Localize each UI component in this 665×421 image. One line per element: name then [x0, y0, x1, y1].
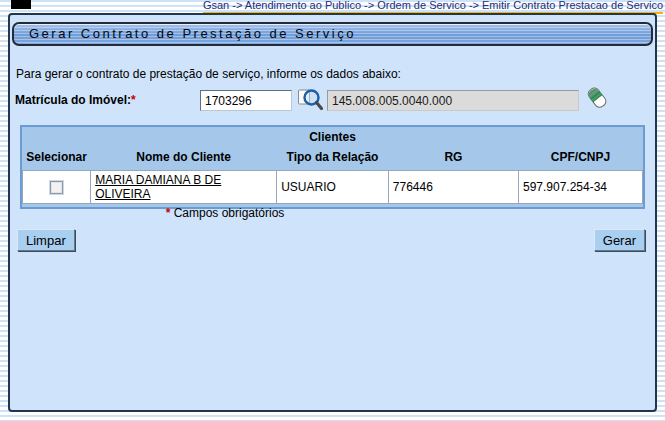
matricula-label: Matrícula do Imóvel:* [15, 93, 136, 107]
table-row: MARIA DAMIANA B DE OLIVEIRA USUARIO 7764… [23, 171, 643, 204]
matricula-field-row: Matrícula do Imóvel:* [10, 90, 655, 116]
client-rg-cell: 776446 [388, 171, 518, 204]
magnifier-icon [297, 100, 324, 115]
select-cell [23, 171, 91, 204]
client-name-link[interactable]: MARIA DAMIANA B DE OLIVEIRA [95, 173, 221, 201]
col-header-tipo: Tipo da Relação [277, 146, 389, 171]
col-header-selecionar: Selecionar [23, 146, 91, 171]
page-title-bar: Gerar Contrato de Prestação de Serviço [12, 22, 653, 46]
col-header-cpf: CPF/CNPJ [518, 146, 642, 171]
client-tipo-cell: USUARIO [277, 171, 389, 204]
top-left-menu-fragment [11, 0, 31, 9]
required-note-asterisk: * [166, 206, 171, 220]
required-note-text: Campos obrigatórios [174, 206, 285, 220]
page-title: Gerar Contrato de Prestação de Serviço [14, 24, 651, 44]
matricula-input[interactable] [200, 90, 292, 111]
eraser-icon [585, 100, 610, 115]
col-header-nome: Nome do Cliente [91, 146, 277, 171]
required-asterisk: * [131, 93, 136, 107]
select-client-checkbox[interactable] [50, 181, 63, 194]
search-imovel-button[interactable] [297, 88, 324, 112]
erase-matricula-button[interactable] [585, 85, 610, 112]
main-panel: Gerar Contrato de Prestação de Serviço P… [8, 13, 657, 412]
limpar-button[interactable]: Limpar [17, 229, 75, 251]
required-fields-note: * Campos obrigatórios [10, 206, 440, 220]
clients-table-title: Clientes [23, 127, 643, 146]
intro-text: Para gerar o contrato de prestação de se… [16, 67, 401, 81]
col-header-rg: RG [388, 146, 518, 171]
breadcrumb[interactable]: Gsan -> Atendimento ao Publico -> Ordem … [203, 0, 663, 14]
client-cpf-cell: 597.907.254-34 [518, 171, 642, 204]
clients-table: Clientes Selecionar Nome do Cliente Tipo… [20, 125, 645, 209]
clients-table-header-row: Selecionar Nome do Cliente Tipo da Relaç… [23, 146, 643, 171]
client-name-cell: MARIA DAMIANA B DE OLIVEIRA [91, 171, 277, 204]
gerar-button[interactable]: Gerar [594, 229, 645, 251]
inscricao-readonly-field [327, 90, 579, 111]
